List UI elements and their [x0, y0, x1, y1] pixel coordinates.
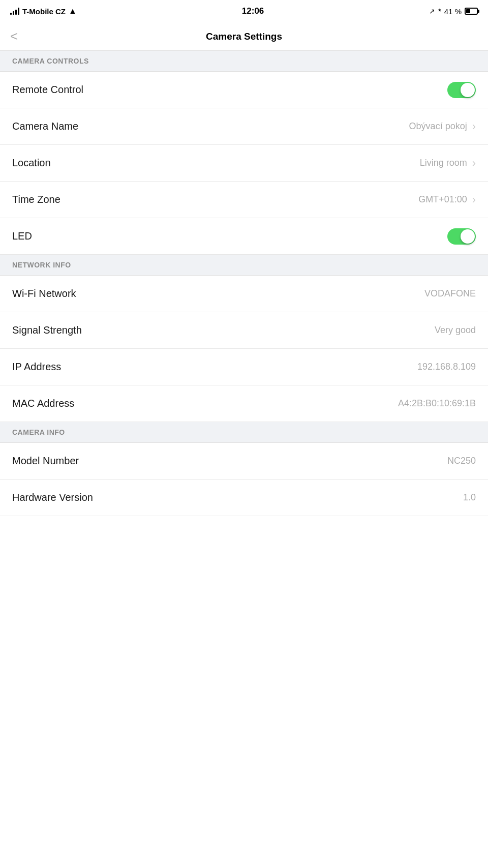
row-hardware-version: Hardware Version1.0	[0, 480, 488, 516]
value-time-zone: GMT+01:00›	[418, 193, 476, 206]
value-hardware-version: 1.0	[463, 492, 476, 503]
row-mac-address: MAC AddressA4:2B:B0:10:69:1B	[0, 385, 488, 422]
battery-percent: 41 %	[444, 7, 462, 16]
value-text-camera-name: Obývací pokoj	[409, 121, 467, 132]
section-header-camera-controls: CAMERA CONTROLS	[0, 51, 488, 72]
value-text-wifi-network: VODAFONE	[424, 288, 476, 299]
label-model-number: Model Number	[12, 455, 79, 467]
section-header-network-info: NETWORK INFO	[0, 255, 488, 276]
value-text-hardware-version: 1.0	[463, 492, 476, 503]
row-time-zone[interactable]: Time ZoneGMT+01:00›	[0, 182, 488, 218]
label-mac-address: MAC Address	[12, 398, 74, 409]
label-led: LED	[12, 230, 32, 242]
row-signal-strength: Signal StrengthVery good	[0, 312, 488, 349]
wifi-icon: ▲	[69, 7, 77, 16]
content: CAMERA CONTROLSRemote ControlCamera Name…	[0, 51, 488, 516]
signal-bars-icon	[10, 8, 19, 15]
label-wifi-network: Wi-Fi Network	[12, 288, 76, 300]
status-bar-left: T-Mobile CZ ▲	[10, 7, 77, 16]
value-remote-control	[447, 82, 476, 98]
value-wifi-network: VODAFONE	[424, 288, 476, 299]
value-text-model-number: NC250	[447, 456, 476, 466]
value-text-ip-address: 192.168.8.109	[417, 362, 476, 372]
row-remote-control[interactable]: Remote Control	[0, 72, 488, 108]
toggle-thumb-remote-control	[461, 83, 475, 97]
bluetooth-icon: *	[438, 7, 441, 15]
toggle-remote-control[interactable]	[447, 82, 476, 98]
row-led[interactable]: LED	[0, 218, 488, 255]
value-text-mac-address: A4:2B:B0:10:69:1B	[398, 398, 476, 409]
row-wifi-network: Wi-Fi NetworkVODAFONE	[0, 276, 488, 312]
page-title: Camera Settings	[206, 31, 282, 42]
value-text-signal-strength: Very good	[435, 325, 476, 336]
back-button[interactable]: <	[10, 28, 18, 44]
value-signal-strength: Very good	[435, 325, 476, 336]
label-location: Location	[12, 157, 51, 169]
row-location[interactable]: LocationLiving room›	[0, 145, 488, 182]
label-remote-control: Remote Control	[12, 84, 83, 96]
section-header-camera-info: CAMERA INFO	[0, 422, 488, 443]
label-time-zone: Time Zone	[12, 194, 60, 205]
chevron-icon-camera-name: ›	[472, 120, 476, 133]
label-hardware-version: Hardware Version	[12, 492, 93, 503]
label-signal-strength: Signal Strength	[12, 324, 82, 336]
row-model-number: Model NumberNC250	[0, 443, 488, 480]
toggle-thumb-led	[461, 229, 475, 244]
label-ip-address: IP Address	[12, 361, 61, 373]
battery-fill	[466, 9, 470, 13]
value-model-number: NC250	[447, 456, 476, 466]
value-text-location: Living room	[420, 158, 467, 168]
value-text-time-zone: GMT+01:00	[418, 194, 467, 205]
value-mac-address: A4:2B:B0:10:69:1B	[398, 398, 476, 409]
back-chevron-icon: <	[10, 28, 18, 44]
row-ip-address: IP Address192.168.8.109	[0, 349, 488, 385]
status-bar: T-Mobile CZ ▲ 12:06 ↗ * 41 %	[0, 0, 488, 22]
carrier-label: T-Mobile CZ	[22, 7, 66, 16]
location-arrow-icon: ↗	[429, 7, 435, 15]
chevron-icon-location: ›	[472, 157, 476, 170]
row-camera-name[interactable]: Camera NameObývací pokoj›	[0, 108, 488, 145]
value-led	[447, 228, 476, 245]
chevron-icon-time-zone: ›	[472, 193, 476, 206]
value-camera-name: Obývací pokoj›	[409, 120, 476, 133]
toggle-led[interactable]	[447, 228, 476, 245]
status-bar-right: ↗ * 41 %	[429, 7, 478, 16]
status-time: 12:06	[242, 6, 264, 16]
battery-icon	[465, 8, 478, 15]
nav-bar: < Camera Settings	[0, 22, 488, 51]
label-camera-name: Camera Name	[12, 121, 78, 132]
value-location: Living room›	[420, 157, 476, 170]
battery-container	[465, 8, 478, 15]
value-ip-address: 192.168.8.109	[417, 362, 476, 372]
